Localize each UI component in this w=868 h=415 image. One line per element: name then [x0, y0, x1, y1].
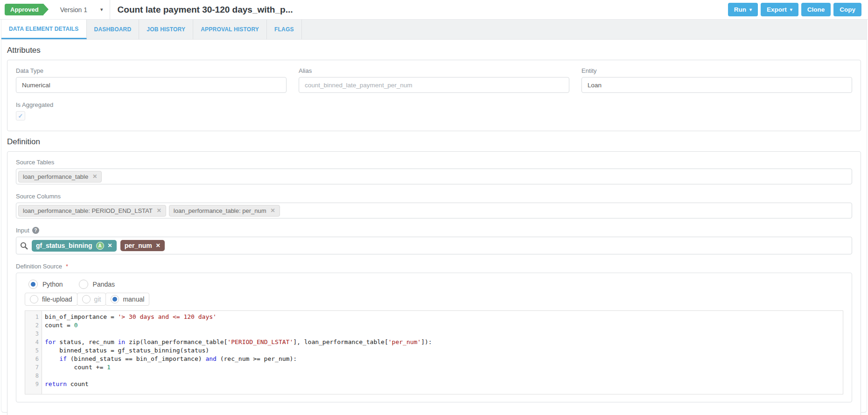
definition-heading: Definition — [7, 137, 861, 147]
source-columns-tagbox[interactable]: loan_performance_table: PERIOD_END_LSTAT… — [16, 203, 852, 218]
source-column-tag: loan_performance_table: per_num ✕ — [169, 205, 280, 217]
is-aggregated-label: Is Aggregated — [16, 101, 852, 108]
remove-icon[interactable]: ✕ — [271, 207, 275, 214]
radio-file-upload[interactable]: file-upload — [25, 293, 77, 306]
page-card: DATA ELEMENT DETAILS DASHBOARD JOB HISTO… — [1, 20, 867, 413]
code-editor[interactable]: 123456789 bin_of_importance = '> 30 days… — [25, 310, 843, 394]
input-label: Input — [16, 227, 29, 234]
export-button[interactable]: Export ▾ — [761, 3, 798, 16]
data-type-label: Data Type — [16, 67, 287, 74]
radio-pandas[interactable]: Pandas — [79, 280, 115, 289]
radio-selected-icon — [111, 295, 119, 303]
radio-python[interactable]: Python — [28, 280, 63, 289]
caret-down-icon: ▾ — [100, 7, 103, 13]
input-tag-per-num: per_num ✕ — [120, 240, 165, 251]
required-marker: * — [66, 263, 68, 270]
tab-job-history[interactable]: JOB HISTORY — [139, 20, 193, 39]
input-field: Input ? gf_status_binning A ✕ per_num — [16, 227, 852, 254]
radio-unselected-icon — [82, 295, 91, 303]
tab-data-element-details[interactable]: DATA ELEMENT DETAILS — [1, 20, 87, 39]
is-aggregated-checkbox[interactable]: ✓ — [16, 111, 25, 120]
action-buttons: Run ▾ Export ▾ Clone Copy — [728, 3, 861, 16]
language-radio-group: Python Pandas — [28, 280, 843, 289]
code-lines: bin_of_importance = '> 30 days and <= 12… — [42, 311, 843, 394]
radio-manual[interactable]: manual — [105, 293, 149, 306]
page-title: Count late payment 30-120 days_with_p... — [118, 5, 728, 15]
code-gutter: 123456789 — [25, 311, 42, 394]
help-icon[interactable]: ? — [32, 227, 39, 234]
version-label: Version 1 — [60, 6, 87, 14]
source-tables-tagbox[interactable]: loan_performance_table ✕ — [16, 169, 852, 184]
definition-panel: Source Tables loan_performance_table ✕ S… — [7, 151, 861, 415]
version-dropdown[interactable]: Version 1 ▾ — [54, 0, 110, 20]
source-tables-label: Source Tables — [16, 159, 852, 166]
entity-label: Entity — [581, 67, 852, 74]
attributes-panel: Data Type Alias Entity Is Aggregated ✓ — [7, 60, 861, 131]
remove-icon[interactable]: ✕ — [108, 242, 112, 249]
method-radio-group: file-upload git manual — [25, 293, 843, 306]
run-button[interactable]: Run ▾ — [728, 3, 758, 16]
search-icon — [20, 242, 28, 250]
caret-down-icon: ▾ — [749, 7, 752, 12]
source-table-tag: loan_performance_table ✕ — [18, 171, 102, 183]
definition-source-field: Definition Source * Python Pandas — [16, 263, 852, 402]
source-columns-field: Source Columns loan_performance_table: P… — [16, 193, 852, 218]
tab-bar: DATA ELEMENT DETAILS DASHBOARD JOB HISTO… — [1, 20, 867, 40]
divider — [110, 0, 110, 20]
remove-icon[interactable]: ✕ — [157, 207, 161, 214]
radio-unselected-icon — [30, 295, 38, 303]
definition-source-label: Definition Source — [16, 263, 62, 270]
top-bar: Approved Version 1 ▾ Count late payment … — [0, 0, 868, 20]
aggregated-badge: A — [96, 242, 104, 250]
remove-icon[interactable]: ✕ — [92, 173, 97, 180]
input-tag-gf-status-binning: gf_status_binning A ✕ — [32, 240, 117, 252]
check-icon: ✓ — [18, 113, 23, 120]
tab-dashboard[interactable]: DASHBOARD — [87, 20, 140, 39]
tab-approval-history[interactable]: APPROVAL HISTORY — [193, 20, 267, 39]
content: Attributes Data Type Alias Entity Is Agg… — [1, 46, 867, 415]
entity-input[interactable] — [581, 77, 852, 93]
entity-field: Entity — [581, 67, 852, 93]
status-badge: Approved — [5, 4, 43, 15]
input-searchbox[interactable]: gf_status_binning A ✕ per_num ✕ — [16, 237, 852, 254]
data-type-input[interactable] — [16, 77, 287, 93]
alias-field: Alias — [299, 67, 569, 93]
source-tables-field: Source Tables loan_performance_table ✕ — [16, 159, 852, 184]
alias-label: Alias — [299, 67, 569, 74]
data-type-field: Data Type — [16, 67, 287, 93]
tab-flags[interactable]: FLAGS — [267, 20, 302, 39]
copy-button[interactable]: Copy — [833, 3, 861, 16]
source-column-tag: loan_performance_table: PERIOD_END_LSTAT… — [18, 205, 166, 217]
clone-button[interactable]: Clone — [801, 3, 831, 16]
attributes-heading: Attributes — [7, 46, 861, 55]
source-columns-label: Source Columns — [16, 193, 852, 200]
alias-input[interactable] — [299, 77, 569, 93]
is-aggregated-field: Is Aggregated ✓ — [16, 101, 852, 120]
radio-selected-icon — [28, 280, 38, 289]
remove-icon[interactable]: ✕ — [156, 242, 161, 249]
caret-down-icon: ▾ — [790, 7, 792, 12]
radio-git[interactable]: git — [77, 293, 106, 306]
radio-unselected-icon — [79, 280, 88, 289]
definition-source-panel: Python Pandas file-upload — [16, 273, 852, 402]
